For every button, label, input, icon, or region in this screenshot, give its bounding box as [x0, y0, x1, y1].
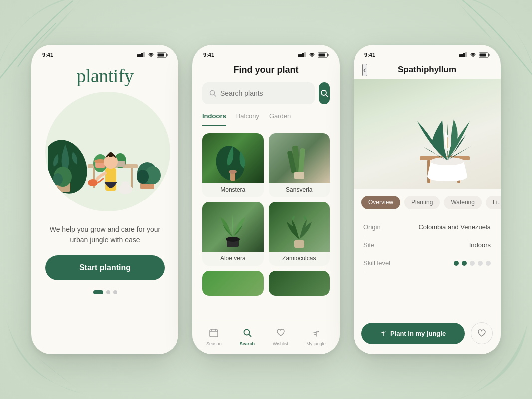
aloe-svg — [213, 204, 253, 249]
skill-label: Skill level — [363, 259, 390, 267]
detail-screen: 9:41 ‹ Spathiphyllum — [354, 45, 501, 354]
illustration-svg — [48, 94, 168, 209]
season-label: Season — [206, 341, 222, 346]
svg-rect-34 — [328, 54, 329, 56]
heart-icon — [276, 328, 285, 337]
spathiphyllum-svg — [370, 81, 485, 186]
battery-icon-3 — [479, 52, 490, 58]
favorite-button[interactable] — [471, 322, 493, 344]
dot-3 — [113, 290, 117, 294]
plant-card-partial1[interactable] — [202, 271, 264, 296]
status-icons-1 — [137, 52, 168, 58]
nav-jungle[interactable]: My jungle — [306, 328, 326, 346]
plant-card-monstera[interactable]: Monstera — [202, 133, 264, 197]
info-row-skill: Skill level — [363, 254, 491, 272]
wifi-icon-2 — [308, 52, 316, 57]
tab-planting[interactable]: Planting — [404, 196, 440, 209]
tab-indoors[interactable]: Indoors — [202, 112, 226, 126]
skill-dot-2 — [462, 261, 467, 266]
plant-icon — [312, 328, 321, 337]
plant-name-zz: Zamioculcas — [269, 252, 330, 266]
search-screen-title: Find your plant — [202, 65, 330, 75]
wishlist-label: Wishlist — [273, 341, 288, 346]
zz-svg — [279, 204, 319, 249]
leaf-btn-icon — [380, 330, 387, 337]
jungle-label: My jungle — [306, 341, 326, 346]
nav-search[interactable]: Search — [240, 328, 255, 346]
battery-icon-1 — [157, 52, 168, 58]
svg-rect-35 — [319, 53, 325, 56]
svg-rect-6 — [158, 53, 164, 56]
svg-point-52 — [244, 330, 249, 335]
status-bar-3: 9:41 — [354, 45, 501, 61]
tab-balcony[interactable]: Balcony — [236, 112, 259, 122]
origin-label: Origin — [363, 223, 381, 231]
site-value: Indoors — [469, 241, 491, 249]
svg-rect-53 — [459, 54, 461, 57]
svg-point-21 — [108, 152, 113, 157]
phones-container: 9:41 plantify — [31, 45, 501, 354]
svg-rect-30 — [300, 54, 302, 57]
plant-grid: Monstera Sansveria — [202, 133, 330, 266]
wifi-icon-1 — [147, 52, 155, 57]
back-button[interactable]: ‹ — [362, 64, 367, 76]
status-bar-1: 9:41 — [31, 45, 178, 61]
tab-watering[interactable]: Watering — [444, 196, 482, 209]
hero-illustration — [45, 92, 170, 211]
search-screen: 9:41 Find your plant Indoors Balco — [192, 45, 340, 354]
plant-name-aloe: Aloe vera — [202, 252, 264, 266]
search-button[interactable] — [319, 82, 330, 104]
plant-card-zz[interactable]: Zamioculcas — [269, 202, 330, 266]
skill-dot-3 — [470, 261, 475, 266]
svg-point-10 — [53, 173, 63, 185]
search-input-wrapper[interactable] — [202, 82, 315, 104]
svg-point-7 — [48, 134, 94, 200]
status-icons-3 — [459, 52, 490, 58]
season-icon — [209, 328, 218, 340]
plant-card-partial2[interactable] — [269, 271, 330, 296]
calendar-icon — [209, 328, 218, 337]
status-icons-2 — [298, 52, 329, 58]
search-content: Find your plant Indoors Balcony Garden — [192, 65, 340, 296]
site-label: Site — [363, 241, 374, 249]
plant-name-monstera: Monstera — [202, 183, 264, 197]
nav-season[interactable]: Season — [206, 328, 222, 346]
plant-image-aloe — [202, 202, 264, 252]
svg-rect-48 — [210, 330, 218, 337]
svg-rect-42 — [298, 148, 305, 174]
pagination-dots — [93, 290, 117, 294]
svg-rect-55 — [463, 53, 465, 58]
svg-point-22 — [88, 179, 98, 186]
nav-wishlist[interactable]: Wishlist — [273, 328, 288, 346]
svg-point-46 — [226, 237, 240, 242]
time-2: 9:41 — [203, 52, 214, 58]
svg-rect-1 — [139, 54, 141, 57]
svg-rect-5 — [167, 54, 168, 56]
tab-lighting[interactable]: Li... — [486, 196, 501, 209]
time-1: 9:41 — [42, 52, 53, 58]
welcome-screen: 9:41 plantify — [31, 45, 178, 354]
jungle-icon — [312, 328, 321, 340]
skill-dots — [454, 261, 491, 266]
search-input[interactable] — [220, 89, 308, 97]
dot-2 — [106, 290, 110, 294]
app-logo: plantify — [76, 65, 133, 87]
partial-plant-image-2 — [269, 271, 330, 296]
start-planting-button[interactable]: Start planting — [45, 255, 165, 280]
plant-in-jungle-button[interactable]: Plant in my jungle — [361, 323, 465, 344]
wishlist-icon — [276, 328, 285, 340]
status-bar-2: 9:41 — [192, 45, 340, 61]
plant-card-aloe[interactable]: Aloe vera — [202, 202, 264, 266]
tab-overview[interactable]: Overview — [361, 196, 400, 209]
svg-rect-59 — [480, 53, 486, 56]
plant-image-monstera — [202, 133, 264, 183]
skill-dot-4 — [478, 261, 483, 266]
signal-icon-2 — [298, 52, 306, 57]
search-nav-svg — [243, 328, 252, 337]
tab-garden[interactable]: Garden — [269, 112, 291, 122]
info-row-origin: Origin Colombia and Venezuela — [363, 218, 491, 236]
heart-detail-icon — [477, 329, 486, 338]
bottom-nav: Season Search Wishlist My jungle — [192, 323, 340, 354]
svg-rect-47 — [294, 240, 304, 248]
plant-card-sansveria[interactable]: Sansveria — [269, 133, 330, 197]
